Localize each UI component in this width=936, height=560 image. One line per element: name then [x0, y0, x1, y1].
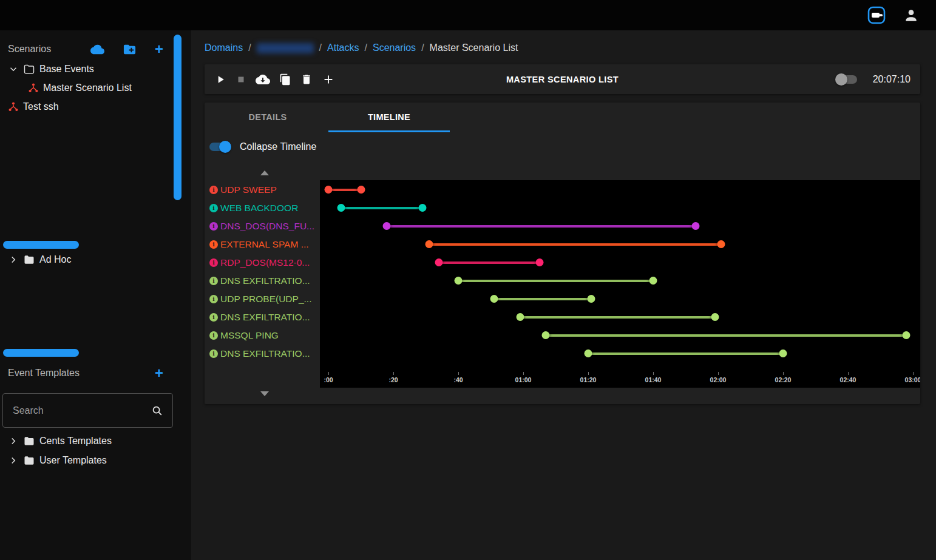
- sidebar-item-master-scenario-list[interactable]: Master Scenario List: [0, 78, 191, 97]
- user-icon[interactable]: [903, 7, 919, 23]
- breadcrumb-domains[interactable]: Domains: [205, 42, 243, 53]
- chevron-right-icon[interactable]: [8, 455, 19, 466]
- timeline-row-label[interactable]: MSSQL PING: [209, 326, 320, 345]
- add-scenario-icon[interactable]: +: [155, 42, 163, 56]
- stop-icon[interactable]: [236, 74, 246, 85]
- info-icon: [209, 258, 218, 267]
- scenarios-title: Scenarios: [8, 44, 51, 55]
- breadcrumb-separator: /: [365, 42, 367, 53]
- cloud-icon[interactable]: [90, 42, 104, 56]
- timeline-bar[interactable]: [429, 243, 722, 246]
- sidebar-item-cents-templates[interactable]: Cents Templates: [0, 431, 191, 450]
- timeline-bar[interactable]: [588, 353, 783, 355]
- add-icon[interactable]: [322, 73, 335, 86]
- timeline-track: [328, 326, 913, 345]
- new-folder-icon[interactable]: [123, 42, 137, 56]
- event-templates-header: Event Templates +: [0, 363, 191, 383]
- app-logo-icon[interactable]: [867, 5, 886, 25]
- timeline-bar[interactable]: [546, 334, 906, 337]
- timeline-end-dot[interactable]: [779, 349, 787, 357]
- chevron-down-icon[interactable]: [8, 64, 19, 75]
- axis-tick-label: 02:40: [840, 376, 856, 383]
- timeline-bar[interactable]: [458, 280, 653, 282]
- scenarios-vertical-scrollbar[interactable]: [174, 35, 181, 200]
- scenarios-horizontal-scrollbar[interactable]: [3, 241, 79, 249]
- chevron-right-icon[interactable]: [8, 436, 19, 447]
- timeline-bar[interactable]: [341, 207, 422, 209]
- timeline-row-label[interactable]: DNS EXFILTRATIO...: [209, 308, 320, 326]
- timeline-end-dot[interactable]: [588, 295, 595, 303]
- timeline-row-label[interactable]: DNS EXFILTRATIO...: [209, 345, 320, 363]
- timeline-start-dot[interactable]: [585, 349, 592, 357]
- search-icon[interactable]: [151, 404, 164, 417]
- timeline-bar[interactable]: [387, 225, 695, 228]
- sidebar-item-base-events[interactable]: Base Events: [0, 59, 191, 78]
- timeline-end-dot[interactable]: [357, 186, 365, 194]
- timeline-end-dot[interactable]: [535, 258, 543, 266]
- timeline-track: [328, 199, 913, 217]
- tree-item-label: User Templates: [39, 455, 107, 466]
- timeline-bar[interactable]: [520, 316, 715, 319]
- timeline-end-dot[interactable]: [419, 204, 427, 212]
- timeline-end-dot[interactable]: [649, 277, 657, 285]
- add-template-icon[interactable]: +: [155, 366, 163, 380]
- breadcrumb: Domains / / Attacks / Scenarios / Master…: [191, 30, 936, 53]
- timeline-track: [328, 217, 913, 235]
- timeline-end-dot[interactable]: [903, 331, 911, 339]
- timeline-row-label[interactable]: EXTERNAL SPAM ...: [209, 235, 320, 254]
- timeline-start-dot[interactable]: [325, 186, 333, 194]
- timeline-end-dot[interactable]: [691, 222, 699, 230]
- timeline-rows: [328, 181, 913, 363]
- copy-icon[interactable]: [279, 73, 291, 86]
- template-search: [2, 393, 173, 428]
- tree-item-label: Master Scenario List: [43, 83, 132, 93]
- timeline-row-label[interactable]: DNS EXFILTRATIO...: [209, 272, 320, 290]
- timeline-end-dot[interactable]: [711, 313, 719, 321]
- timeline-start-dot[interactable]: [383, 222, 391, 230]
- timeline-track: [328, 254, 913, 272]
- timeline-row-label[interactable]: UDP PROBE(UDP_...: [209, 290, 320, 308]
- timeline-row-label[interactable]: RDP_DOS(MS12-0...: [209, 254, 320, 272]
- delete-icon[interactable]: [300, 73, 313, 86]
- timeline-start-dot[interactable]: [337, 204, 345, 212]
- timeline-row-label[interactable]: UDP SWEEP: [209, 181, 320, 199]
- timeline-start-dot[interactable]: [455, 277, 463, 285]
- timeline-row-label[interactable]: WEB BACKDOOR: [209, 199, 320, 217]
- timeline-start-dot[interactable]: [542, 331, 550, 339]
- sidebar-item-user-templates[interactable]: User Templates: [0, 451, 191, 470]
- breadcrumb-attacks[interactable]: Attacks: [327, 42, 359, 53]
- sidebar: Scenarios + Base Events Master Scenario: [0, 30, 191, 560]
- timeline-start-dot[interactable]: [425, 240, 433, 248]
- timeline-end-dot[interactable]: [717, 240, 725, 248]
- timeline-bar[interactable]: [494, 298, 591, 300]
- play-icon[interactable]: [214, 73, 226, 86]
- timeline-start-dot[interactable]: [435, 258, 443, 266]
- collapse-timeline-toggle[interactable]: [209, 143, 230, 151]
- timeline-bar[interactable]: [439, 261, 540, 264]
- main-content: Domains / / Attacks / Scenarios / Master…: [191, 30, 936, 560]
- tab-timeline[interactable]: TIMELINE: [328, 103, 450, 132]
- scroll-up-icon[interactable]: [260, 170, 269, 175]
- adhoc-horizontal-scrollbar[interactable]: [3, 349, 79, 357]
- timeline-bar[interactable]: [328, 189, 361, 191]
- timeline-start-dot[interactable]: [516, 313, 524, 321]
- search-input[interactable]: [12, 405, 146, 417]
- sidebar-item-test-ssh[interactable]: Test ssh: [0, 97, 191, 116]
- breadcrumb-current: Master Scenario List: [430, 42, 518, 53]
- folder-icon: [23, 435, 35, 447]
- breadcrumb-scenarios[interactable]: Scenarios: [373, 42, 416, 53]
- info-icon: [209, 313, 218, 322]
- toolbar-actions: [214, 72, 335, 87]
- run-toggle[interactable]: [836, 75, 857, 84]
- scroll-down-icon[interactable]: [260, 391, 269, 396]
- axis-tick: [393, 372, 394, 375]
- folder-icon: [23, 63, 35, 75]
- chevron-right-icon[interactable]: [8, 254, 19, 265]
- timeline-row-label[interactable]: DNS_DOS(DNS_FU...: [209, 217, 320, 235]
- tab-details[interactable]: DETAILS: [207, 103, 328, 132]
- sidebar-item-ad-hoc[interactable]: Ad Hoc: [0, 250, 191, 269]
- cloud-download-icon[interactable]: [256, 72, 270, 87]
- timeline-grid: UDP SWEEPWEB BACKDOORDNS_DOS(DNS_FU...EX…: [209, 180, 920, 388]
- timeline-panel: DETAILS TIMELINE Collapse Timeline UDP S…: [205, 103, 920, 404]
- timeline-start-dot[interactable]: [490, 295, 498, 303]
